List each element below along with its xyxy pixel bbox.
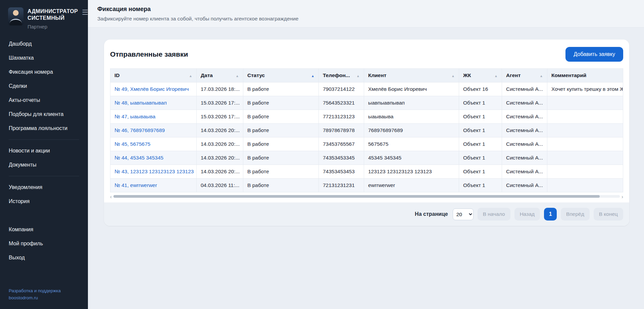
sort-icon[interactable]: ▲ <box>311 74 314 78</box>
cell-agent: Системный А... <box>502 110 547 124</box>
requests-card: Отправленные заявки Добавить заявку ID▲Д… <box>104 40 629 226</box>
horizontal-scrollbar[interactable]: ‹ › <box>110 194 623 198</box>
request-link[interactable]: № 45, 5675675 <box>110 137 197 151</box>
sort-icon[interactable]: ▲ <box>356 74 360 78</box>
user-role: Партнер <box>28 24 78 29</box>
request-link[interactable]: № 47, ыаываыва <box>110 110 197 124</box>
menu-toggle-icon[interactable]: ☰ <box>82 9 88 16</box>
last-page-button[interactable]: В конец <box>594 208 623 221</box>
column-header-status[interactable]: Статус▲ <box>243 69 319 82</box>
next-page-button[interactable]: Вперёд <box>561 208 590 221</box>
table-row: № 43, 123123 123123123 12312314.03.2026 … <box>110 165 623 179</box>
support-link[interactable]: Разработка и поддержка <box>9 287 79 295</box>
page-title: Фиксация номера <box>97 6 635 13</box>
requests-table: ID▲Дата▲Статус▲Телефон...▲Клиент▲ЖК▲Аген… <box>110 68 623 192</box>
cell-complex: Объект 1 <box>459 110 502 124</box>
request-link[interactable]: № 44, 45345 345345 <box>110 151 197 165</box>
first-page-button[interactable]: В начало <box>478 208 510 221</box>
sort-icon[interactable]: ▲ <box>451 74 455 78</box>
column-label: Дата <box>201 72 213 78</box>
sidebar-item[interactable]: Акты-отчеты <box>0 93 88 107</box>
cell-date: 04.03.2026 11:... <box>197 179 243 192</box>
request-link[interactable]: № 41, ewrrwerwer <box>110 179 197 192</box>
column-header-complex[interactable]: ЖК▲ <box>459 69 502 82</box>
support-domain-link[interactable]: boostodrom.ru <box>9 294 79 302</box>
page-header: Фиксация номера Зафиксируйте номер клиен… <box>88 0 644 27</box>
sidebar-item[interactable]: Новости и акции <box>0 144 88 158</box>
table-row: № 48, ыавпыавпывап15.03.2026 17:...В раб… <box>110 96 623 110</box>
per-page-select[interactable]: 20 <box>453 208 474 220</box>
sidebar-divider <box>9 176 79 176</box>
sidebar-item[interactable]: Документы <box>0 158 88 172</box>
prev-page-button[interactable]: Назад <box>514 208 540 221</box>
cell-client: 768976897689 <box>364 124 459 137</box>
sidebar-item[interactable]: Программа лояльности <box>0 121 88 135</box>
sort-icon[interactable]: ▲ <box>540 74 543 78</box>
sidebar-item[interactable]: Компания <box>0 223 88 237</box>
cell-agent: Системный А... <box>502 82 547 96</box>
cell-phone: 74353453453 <box>319 165 364 179</box>
column-header-phone[interactable]: Телефон...▲ <box>319 69 364 82</box>
scroll-right-icon[interactable]: › <box>622 194 623 199</box>
sidebar-item[interactable]: Дашборд <box>0 37 88 51</box>
scroll-left-icon[interactable]: ‹ <box>110 194 112 199</box>
table-row: № 44, 45345 34534514.03.2026 20:...В раб… <box>110 151 623 165</box>
sidebar-item[interactable]: Мой профиль <box>0 237 88 251</box>
sort-icon[interactable]: ▲ <box>236 74 239 78</box>
nav-group: УведомленияИстория <box>0 180 88 208</box>
cell-date: 17.03.2026 18:... <box>197 82 243 96</box>
request-link[interactable]: № 49, Хмелёв Борис Игоревич <box>110 82 197 96</box>
sort-icon[interactable]: ▲ <box>189 74 192 78</box>
sidebar-item[interactable]: Сделки <box>0 79 88 93</box>
request-link[interactable]: № 48, ыавпыавпывап <box>110 96 197 110</box>
scrollbar-thumb[interactable] <box>113 195 600 198</box>
column-label: Агент <box>506 72 521 78</box>
table-head: ID▲Дата▲Статус▲Телефон...▲Клиент▲ЖК▲Аген… <box>110 69 623 82</box>
table-body: № 49, Хмелёв Борис Игоревич17.03.2026 18… <box>110 82 623 192</box>
sidebar-nav: ДашбордШахматкаФиксация номераСделкиАкты… <box>0 32 88 265</box>
sidebar-item[interactable]: Подборы для клиента <box>0 107 88 121</box>
cell-status: В работе <box>243 165 319 179</box>
nav-group: Новости и акцииДокументы <box>0 144 88 172</box>
requests-table-wrap: ID▲Дата▲Статус▲Телефон...▲Клиент▲ЖК▲Аген… <box>104 68 629 192</box>
current-page-button[interactable]: 1 <box>544 208 557 221</box>
card-title: Отправленные заявки <box>110 50 188 58</box>
cell-agent: Системный А... <box>502 137 547 151</box>
pagination: На странице 20 В начало Назад 1 Вперёд В… <box>104 202 629 226</box>
request-link[interactable]: № 43, 123123 123123123 123123 <box>110 165 197 179</box>
sidebar-item[interactable]: Шахматка <box>0 51 88 65</box>
sidebar-item[interactable]: Выход <box>0 251 88 265</box>
cell-complex: Объект 16 <box>459 82 502 96</box>
nav-group: КомпанияМой профильВыход <box>0 223 88 265</box>
column-header-client[interactable]: Клиент▲ <box>364 69 459 82</box>
cell-client: 123123 123123123 123123 <box>364 165 459 179</box>
cell-client: 45345 345345 <box>364 151 459 165</box>
sidebar-item[interactable]: Уведомления <box>0 180 88 194</box>
cell-agent: Системный А... <box>502 96 547 110</box>
cell-client: ewrrwerwer <box>364 179 459 192</box>
scrollbar-track[interactable] <box>113 195 620 198</box>
request-link[interactable]: № 46, 768976897689 <box>110 124 197 137</box>
add-request-button[interactable]: Добавить заявку <box>565 47 623 62</box>
user-block: АДМИНИСТРАТОР СИСТЕМНЫЙ Партнер ☰ <box>0 7 88 32</box>
sort-icon[interactable]: ▲ <box>494 74 498 78</box>
cell-comment <box>547 124 623 137</box>
sidebar-item[interactable]: История <box>0 194 88 208</box>
column-header-agent[interactable]: Агент▲ <box>502 69 547 82</box>
cell-complex: Объект 1 <box>459 165 502 179</box>
column-header-date[interactable]: Дата▲ <box>197 69 243 82</box>
cell-status: В работе <box>243 110 319 124</box>
column-header-id[interactable]: ID▲ <box>110 69 197 82</box>
cell-phone: 72131231231 <box>319 179 364 192</box>
cell-phone: 79037214122 <box>319 82 364 96</box>
cell-phone: 74353453345 <box>319 151 364 165</box>
cell-phone: 73453765567 <box>319 137 364 151</box>
column-header-comment: Комментарий <box>547 69 623 82</box>
page-subtitle: Зафиксируйте номер клиента за собой, что… <box>97 16 635 22</box>
card-header: Отправленные заявки Добавить заявку <box>104 40 629 68</box>
table-row: № 41, ewrrwerwer04.03.2026 11:...В работ… <box>110 179 623 192</box>
sidebar-item[interactable]: Фиксация номера <box>0 65 88 79</box>
cell-agent: Системный А... <box>502 124 547 137</box>
cell-client: Хмелёв Борис Игоревич <box>364 82 459 96</box>
cell-phone: 77213123123 <box>319 110 364 124</box>
